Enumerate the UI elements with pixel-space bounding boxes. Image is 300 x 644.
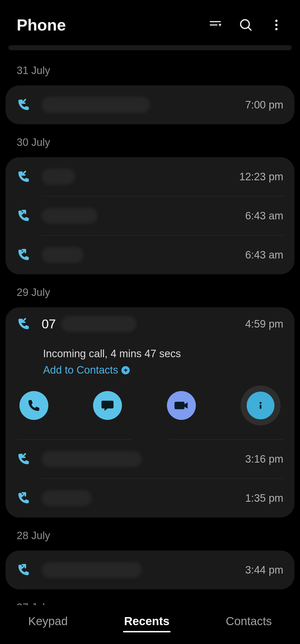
call-time: 3:44 pm — [245, 564, 283, 576]
incoming-call-icon — [17, 170, 31, 184]
call-log-card: 07 4:59 pm Incoming call, 4 mins 47 secs… — [6, 307, 294, 518]
redacted-name — [42, 97, 150, 113]
caller-name — [42, 208, 245, 224]
outgoing-call-icon — [17, 491, 31, 505]
app-header: Phone — [0, 0, 300, 45]
video-call-button[interactable] — [167, 391, 196, 420]
caller-name — [42, 451, 245, 467]
filter-icon[interactable] — [208, 18, 222, 32]
more-icon[interactable] — [269, 18, 283, 32]
nav-recents[interactable]: Recents — [124, 612, 169, 631]
date-header: 29 July — [6, 281, 294, 307]
search-icon[interactable] — [239, 18, 253, 32]
scrollbar-track — [8, 45, 292, 50]
call-log-card: 3:44 pm — [6, 551, 294, 589]
svg-point-5 — [275, 19, 278, 22]
call-log-item[interactable]: 1:35 pm — [17, 479, 283, 518]
caller-number: 07 — [42, 316, 245, 332]
nav-contacts[interactable]: Contacts — [226, 612, 272, 631]
outgoing-call-icon — [17, 563, 31, 577]
app-title: Phone — [17, 16, 208, 34]
incoming-call-icon — [17, 317, 31, 331]
call-log-item-expanded[interactable]: 07 4:59 pm Incoming call, 4 mins 47 secs… — [17, 307, 283, 439]
call-log-item[interactable]: 3:44 pm — [17, 551, 283, 589]
call-time: 1:35 pm — [245, 492, 283, 504]
redacted-name — [42, 451, 142, 467]
date-header: 28 July — [6, 524, 294, 551]
svg-marker-2 — [219, 24, 221, 27]
call-time: 12:23 pm — [239, 171, 283, 183]
svg-point-6 — [275, 24, 278, 26]
action-row — [17, 391, 283, 425]
date-header: 27 July — [6, 596, 294, 605]
nav-keypad[interactable]: Keypad — [28, 612, 68, 631]
divider — [17, 439, 283, 440]
call-time: 3:16 pm — [245, 453, 283, 465]
call-time: 6:43 am — [245, 249, 283, 261]
redacted-name — [42, 169, 75, 185]
redacted-name — [42, 490, 92, 506]
call-time: 6:43 am — [245, 210, 283, 222]
svg-rect-9 — [260, 405, 261, 409]
message-button[interactable] — [93, 391, 122, 420]
outgoing-call-icon — [17, 248, 31, 262]
call-log-item[interactable]: 6:43 am — [17, 235, 283, 274]
caller-name — [42, 490, 245, 506]
svg-point-8 — [259, 402, 261, 404]
svg-point-7 — [275, 28, 278, 30]
call-log-item[interactable]: 6:43 am — [17, 196, 283, 235]
call-button[interactable] — [19, 391, 48, 420]
call-detail: Incoming call, 4 mins 47 secs — [43, 348, 283, 360]
call-time: 4:59 pm — [245, 318, 283, 330]
call-log-item[interactable]: 12:23 pm — [17, 157, 283, 196]
outgoing-call-icon — [17, 209, 31, 223]
date-header: 30 July — [6, 131, 294, 157]
info-button[interactable] — [241, 386, 281, 425]
redacted-name — [42, 208, 97, 224]
plus-icon: + — [121, 366, 130, 374]
svg-line-4 — [248, 27, 251, 30]
caller-name — [42, 169, 239, 185]
date-header: 31 July — [6, 59, 294, 85]
call-log-item[interactable]: 3:16 pm — [17, 440, 283, 478]
incoming-call-icon — [17, 98, 31, 112]
caller-name — [42, 247, 245, 263]
redacted-name — [42, 562, 142, 578]
call-time: 7:00 pm — [245, 99, 283, 111]
call-log-card: 12:23 pm 6:43 am 6:43 am — [6, 157, 294, 274]
redacted-number — [61, 316, 136, 332]
call-log-list[interactable]: 31 July 7:00 pm 30 July 12:23 pm — [0, 59, 300, 605]
header-actions — [208, 18, 283, 32]
call-log-item[interactable]: 7:00 pm — [17, 85, 283, 124]
redacted-name — [42, 247, 83, 263]
caller-name — [42, 97, 245, 113]
caller-name — [42, 562, 245, 578]
incoming-call-icon — [17, 452, 31, 466]
add-to-contacts-link[interactable]: Add to Contacts + — [43, 364, 283, 376]
call-log-card: 7:00 pm — [6, 85, 294, 124]
bottom-nav: KeypadRecentsContacts — [0, 605, 300, 644]
